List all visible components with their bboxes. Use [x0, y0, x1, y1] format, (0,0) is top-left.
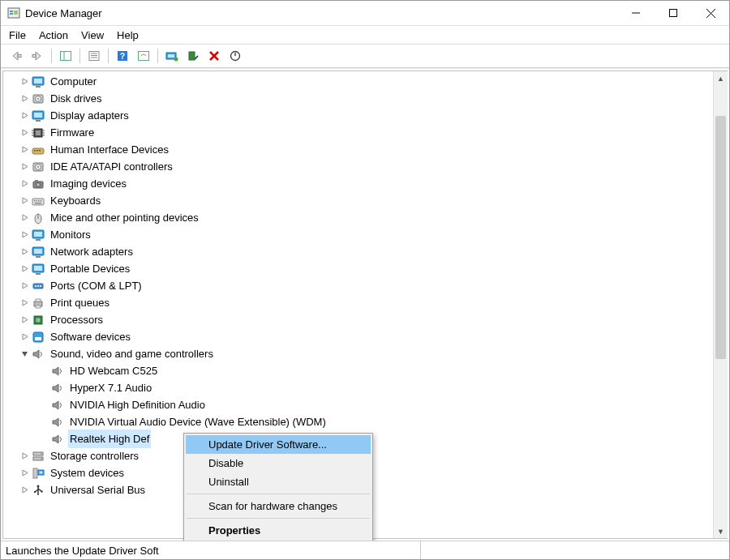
tree-child-item[interactable]: HyperX 7.1 Audio: [19, 379, 727, 396]
menu-disable[interactable]: Disable: [186, 454, 371, 472]
minimize-button[interactable]: [617, 1, 655, 25]
scroll-up-icon[interactable]: ▲: [714, 71, 728, 85]
scrollbar[interactable]: ▲ ▼: [713, 71, 728, 538]
chevron-right-icon[interactable]: [18, 75, 31, 88]
tree-item-hid[interactable]: Human Interface Devices: [3, 141, 727, 158]
keyboard-icon: [31, 194, 45, 208]
tree-item-diskdrives[interactable]: Disk drives: [3, 90, 727, 107]
show-hide-tree-button[interactable]: [57, 47, 75, 65]
enable-button[interactable]: [184, 47, 202, 65]
tree-item-computer[interactable]: Computer: [3, 73, 727, 90]
chevron-right-icon[interactable]: [18, 263, 31, 276]
window-title: Device Manager: [25, 7, 617, 19]
speaker-icon: [50, 381, 65, 395]
disk-icon: [31, 160, 45, 174]
back-button[interactable]: [7, 47, 25, 65]
device-manager-window: Device Manager File Action View Help ? C…: [0, 0, 730, 560]
chevron-right-icon[interactable]: [18, 280, 31, 293]
tree-item-label: Monitors: [49, 225, 92, 244]
menu-scan[interactable]: Scan for hardware changes: [186, 497, 371, 515]
tree-item-portable[interactable]: Portable Devices: [3, 260, 727, 277]
menu-action[interactable]: Action: [39, 29, 68, 41]
chevron-right-icon[interactable]: [18, 450, 31, 463]
monitor-icon: [31, 245, 45, 259]
menu-update-driver[interactable]: Update Driver Software...: [186, 435, 371, 454]
tree-item-label: Display adapters: [49, 106, 131, 125]
tree-item-proc[interactable]: Processors: [3, 311, 727, 328]
menu-uninstall[interactable]: Uninstall: [186, 472, 371, 491]
tree-item-label: System devices: [49, 464, 126, 482]
properties-button[interactable]: [85, 47, 103, 65]
scan-hardware-button[interactable]: [135, 47, 152, 65]
tree-item-label: Processors: [49, 310, 105, 329]
tree-item-network[interactable]: Network adapters: [3, 243, 727, 260]
chevron-right-icon[interactable]: [18, 177, 31, 190]
tree-item-label: Keyboards: [49, 191, 102, 210]
chevron-right-icon[interactable]: [18, 297, 31, 310]
hid-icon: [31, 143, 45, 157]
cpu-icon: [31, 313, 45, 327]
disable-button[interactable]: [226, 47, 244, 65]
svg-rect-71: [139, 52, 149, 61]
update-driver-button[interactable]: [163, 47, 181, 65]
camera-icon: [31, 177, 45, 191]
chevron-right-icon[interactable]: [18, 160, 31, 173]
window-controls: [617, 1, 729, 25]
menu-file[interactable]: File: [9, 29, 26, 41]
tree-item-sound[interactable]: Sound, video and game controllers: [3, 345, 727, 362]
tree-item-label: HyperX 7.1 Audio: [68, 378, 153, 397]
scroll-down-icon[interactable]: ▼: [714, 524, 728, 538]
chevron-right-icon[interactable]: [18, 331, 31, 344]
uninstall-button[interactable]: [205, 47, 223, 65]
forward-button[interactable]: [28, 47, 46, 65]
printer-icon: [31, 296, 45, 310]
statusbar-pane: [420, 541, 729, 559]
svg-rect-62: [32, 55, 36, 58]
tree-item-display[interactable]: Display adapters: [3, 107, 727, 124]
svg-rect-61: [18, 55, 21, 58]
chevron-right-icon[interactable]: [18, 229, 31, 242]
speaker-icon: [50, 432, 65, 447]
menu-help[interactable]: Help: [117, 29, 139, 41]
app-icon: [7, 6, 20, 19]
tree-child-item[interactable]: NVIDIA High Definition Audio: [19, 396, 727, 413]
tree-item-firmware[interactable]: Firmware: [3, 124, 727, 141]
tree-child-item[interactable]: Realtek High Def: [19, 430, 727, 447]
tree-item-mice[interactable]: Mice and other pointing devices: [3, 209, 727, 226]
chevron-right-icon[interactable]: [18, 92, 31, 105]
scroll-thumb[interactable]: [715, 116, 726, 359]
menu-properties[interactable]: Properties: [186, 521, 371, 540]
tree-item-label: Firmware: [49, 123, 96, 142]
chevron-right-icon[interactable]: [18, 126, 31, 139]
tree-item-ports[interactable]: Ports (COM & LPT): [3, 277, 727, 294]
tree-item-monitors[interactable]: Monitors: [3, 226, 727, 243]
speaker-icon: [31, 347, 45, 361]
monitor-icon: [31, 109, 45, 123]
tree-item-softdev[interactable]: Software devices: [3, 328, 727, 345]
menu-view[interactable]: View: [81, 29, 104, 41]
chevron-right-icon[interactable]: [18, 314, 31, 327]
titlebar: Device Manager: [1, 1, 729, 26]
close-button[interactable]: [692, 1, 729, 25]
help-button[interactable]: ?: [114, 47, 131, 65]
tree-item-imaging[interactable]: Imaging devices: [3, 175, 727, 192]
speaker-icon: [50, 398, 65, 413]
storage-icon: [31, 449, 45, 464]
tree-item-ide[interactable]: IDE ATA/ATAPI controllers: [3, 158, 727, 175]
chevron-right-icon[interactable]: [18, 484, 31, 497]
tree-child-item[interactable]: NVIDIA Virtual Audio Device (Wave Extens…: [19, 413, 727, 430]
client-area: ComputerDisk drivesDisplay adaptersFirmw…: [1, 68, 729, 541]
tree-item-printq[interactable]: Print queues: [3, 294, 727, 311]
chevron-right-icon[interactable]: [18, 109, 31, 122]
chevron-right-icon[interactable]: [18, 212, 31, 224]
statusbar: Launches the Update Driver Soft: [1, 541, 729, 559]
chevron-down-icon[interactable]: [18, 348, 31, 361]
context-menu: Update Driver Software... Disable Uninst…: [183, 433, 373, 541]
chevron-right-icon[interactable]: [18, 143, 31, 156]
chevron-right-icon[interactable]: [18, 246, 31, 259]
chevron-right-icon[interactable]: [18, 467, 31, 480]
maximize-button[interactable]: [655, 1, 692, 25]
tree-child-item[interactable]: HD Webcam C525: [19, 362, 727, 379]
tree-item-keyboards[interactable]: Keyboards: [3, 192, 727, 209]
chevron-right-icon[interactable]: [18, 195, 31, 207]
